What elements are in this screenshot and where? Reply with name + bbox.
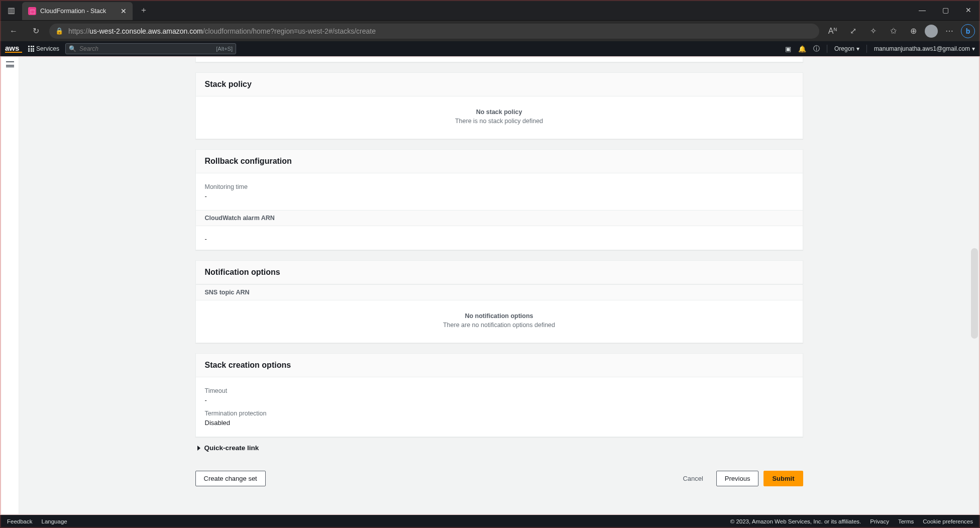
window-close-icon[interactable]: ✕ <box>957 0 980 20</box>
footer-cookies[interactable]: Cookie preferences <box>923 518 973 524</box>
quick-create-label: Quick-create link <box>204 444 259 452</box>
nav-refresh-icon[interactable]: ↻ <box>27 24 44 39</box>
footer-copyright: © 2023, Amazon Web Services, Inc. or its… <box>730 518 861 524</box>
tab-title: CloudFormation - Stack <box>40 8 106 15</box>
account-menu[interactable]: manumanjunatha.aws1@gmail.com ▾ <box>874 45 975 52</box>
panel-header: Notification options <box>196 261 803 284</box>
field-value: Disabled <box>205 419 794 427</box>
subheader-sns-arn: SNS topic ARN <box>196 284 803 300</box>
quick-create-link-toggle[interactable]: Quick-create link <box>195 437 803 459</box>
profile-avatar-icon[interactable] <box>925 25 938 38</box>
region-selector[interactable]: Oregon ▾ <box>834 45 859 52</box>
cancel-button[interactable]: Cancel <box>675 471 711 486</box>
empty-subtitle: There are no notification options define… <box>205 322 794 329</box>
aws-top-nav: aws Services 🔍 [Alt+S] ▣ 🔔 ⓘ Oregon ▾ ma… <box>0 41 980 56</box>
field-label: Termination protection <box>205 410 794 417</box>
services-menu[interactable]: Services <box>28 45 59 52</box>
grid-icon <box>28 46 34 52</box>
divider <box>866 45 867 53</box>
window-minimize-icon[interactable]: — <box>911 0 934 20</box>
read-aloud-icon[interactable]: Aᴺ <box>824 24 841 39</box>
tab-strip: ▥ ⬚ CloudFormation - Stack ✕ ＋ <box>0 0 155 20</box>
wizard-footer: Create change set Cancel Previous Submit <box>195 471 803 486</box>
footer-privacy[interactable]: Privacy <box>870 518 889 524</box>
aws-nav-right: ▣ 🔔 ⓘ Oregon ▾ manumanjunatha.aws1@gmail… <box>785 44 975 53</box>
favorite-icon[interactable]: ✧ <box>864 24 882 39</box>
wizard-right-buttons: Cancel Previous Submit <box>675 471 803 486</box>
cloudshell-icon[interactable]: ▣ <box>785 45 791 53</box>
field-timeout: Timeout - <box>205 384 794 407</box>
notifications-icon[interactable]: 🔔 <box>798 45 806 53</box>
nav-back-icon[interactable]: ← <box>5 24 22 39</box>
scrollbar-thumb[interactable] <box>971 248 978 339</box>
panel-body: No stack policy There is no stack policy… <box>196 96 803 139</box>
field-value: - <box>205 192 794 200</box>
field-monitoring-time: Monitoring time - <box>205 180 794 203</box>
empty-title: No stack policy <box>205 109 794 116</box>
panel-body: Timeout - Termination protection Disable… <box>196 377 803 437</box>
search-shortcut: [Alt+S] <box>216 46 233 52</box>
submit-button[interactable]: Submit <box>764 471 803 486</box>
toolbar-right: Aᴺ ⤢ ✧ ✩ ⊕ ⋯ b <box>824 24 975 39</box>
account-label: manumanjunatha.aws1@gmail.com <box>874 45 970 52</box>
tab-actions-icon[interactable]: ▥ <box>0 0 22 20</box>
field-label: Monitoring time <box>205 183 794 190</box>
services-label: Services <box>36 45 59 52</box>
divider <box>827 45 827 53</box>
field-label: Timeout <box>205 387 794 394</box>
panel-rollback-config: Rollback configuration Monitoring time -… <box>195 149 803 250</box>
lock-icon: 🔒 <box>55 27 63 35</box>
aws-search[interactable]: 🔍 [Alt+S] <box>65 43 236 54</box>
browser-chrome: ▥ ⬚ CloudFormation - Stack ✕ ＋ — ▢ ✕ ← ↻… <box>0 0 980 41</box>
help-icon[interactable]: ⓘ <box>813 44 820 53</box>
panel-stack-policy: Stack policy No stack policy There is no… <box>195 72 803 139</box>
aws-logo[interactable]: aws <box>5 45 22 53</box>
footer-language[interactable]: Language <box>42 518 67 524</box>
window-maximize-icon[interactable]: ▢ <box>934 0 957 20</box>
create-change-set-button[interactable]: Create change set <box>195 471 266 486</box>
address-bar[interactable]: 🔒 https://us-west-2.console.aws.amazon.c… <box>49 24 819 39</box>
panel-header: Rollback configuration <box>196 150 803 173</box>
triangle-right-icon <box>197 446 200 451</box>
footer-feedback[interactable]: Feedback <box>7 518 33 524</box>
url-scheme: https:// <box>68 27 89 35</box>
content-scroll[interactable]: Stack policy No stack policy There is no… <box>19 57 979 514</box>
panel-title: Rollback configuration <box>205 157 794 166</box>
browser-menu-icon[interactable]: ⋯ <box>941 24 958 39</box>
previous-button[interactable]: Previous <box>716 471 759 486</box>
footer-terms[interactable]: Terms <box>898 518 914 524</box>
chevron-down-icon: ▾ <box>972 45 975 52</box>
new-tab-button[interactable]: ＋ <box>133 0 155 20</box>
empty-subtitle: There is no stack policy defined <box>205 118 794 125</box>
read-aloud-label: Aᴺ <box>828 26 838 36</box>
subheader-alarm-arn: CloudWatch alarm ARN <box>196 210 803 226</box>
browser-tab[interactable]: ⬚ CloudFormation - Stack ✕ <box>22 2 133 20</box>
collections-icon[interactable]: ⊕ <box>905 24 922 39</box>
cloudformation-favicon-icon: ⬚ <box>28 7 36 15</box>
search-icon: 🔍 <box>69 45 76 52</box>
aws-footer: Feedback Language © 2023, Amazon Web Ser… <box>0 515 980 528</box>
empty-state: No stack policy There is no stack policy… <box>205 103 794 132</box>
hamburger-icon <box>6 61 14 67</box>
zoom-icon[interactable]: ⤢ <box>844 24 861 39</box>
sidebar-toggle[interactable] <box>1 57 19 514</box>
empty-title: No notification options <box>205 312 794 320</box>
window-controls: — ▢ ✕ <box>911 0 980 20</box>
empty-state: No notification options There are no not… <box>205 307 794 336</box>
panel-title: Stack creation options <box>205 361 794 370</box>
panel-body: - <box>196 226 803 250</box>
aws-search-input[interactable] <box>79 45 213 52</box>
content: Stack policy No stack policy There is no… <box>195 57 803 501</box>
bing-chat-icon[interactable]: b <box>961 24 975 38</box>
close-tab-icon[interactable]: ✕ <box>121 7 127 15</box>
page-body: Stack policy No stack policy There is no… <box>0 56 980 515</box>
url-path: /cloudformation/home?region=us-west-2#/s… <box>203 27 376 35</box>
field-termination-protection: Termination protection Disabled <box>205 407 794 430</box>
panel-header: Stack creation options <box>196 354 803 377</box>
region-label: Oregon <box>834 45 854 52</box>
panel-notification-options: Notification options SNS topic ARN No no… <box>195 260 803 343</box>
url-text: https://us-west-2.console.aws.amazon.com… <box>68 27 376 35</box>
url-host: us-west-2.console.aws.amazon.com <box>89 27 203 35</box>
favorites-bar-icon[interactable]: ✩ <box>885 24 902 39</box>
browser-toolbar: ← ↻ 🔒 https://us-west-2.console.aws.amaz… <box>0 20 980 41</box>
